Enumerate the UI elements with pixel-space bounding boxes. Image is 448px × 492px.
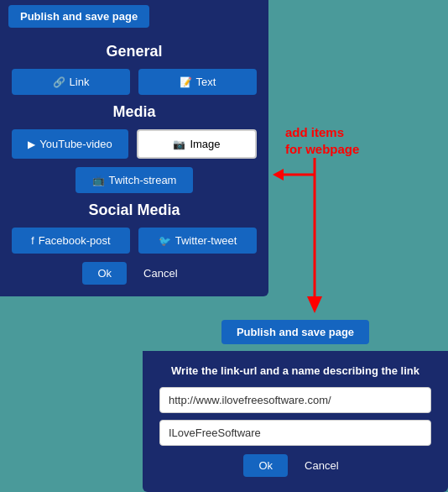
- social-buttons-row: f Facebook-post 🐦 Twitter-tweet: [0, 228, 268, 254]
- top-ok-button[interactable]: Ok: [82, 262, 127, 285]
- twitter-icon: 🐦: [159, 235, 171, 247]
- youtube-video-button[interactable]: ▶ YouTube-video: [12, 129, 128, 159]
- social-media-section-title: Social Media: [0, 202, 268, 219]
- svg-marker-4: [273, 169, 284, 181]
- annotation-container: add itemsfor webpage: [277, 124, 386, 157]
- general-buttons-row: 🔗 Link 📝 Text: [0, 69, 268, 95]
- top-panel-footer: Ok Cancel: [0, 262, 268, 285]
- link-dialog: Write the link-url and a name describing…: [143, 351, 448, 492]
- media-row2: 📺 Twitch-stream: [0, 167, 268, 193]
- link-dialog-footer: Ok Cancel: [159, 454, 431, 477]
- twitter-label: Twitter-tweet: [175, 234, 237, 247]
- media-row1: ▶ YouTube-video 📷 Image: [0, 129, 268, 159]
- link-ok-button[interactable]: Ok: [243, 454, 288, 477]
- image-button[interactable]: 📷 Image: [137, 129, 257, 159]
- facebook-post-button[interactable]: f Facebook-post: [12, 228, 130, 254]
- text-icon: 📝: [180, 76, 192, 88]
- link-icon: 🔗: [53, 76, 65, 88]
- name-input[interactable]: [159, 420, 431, 446]
- media-section-title: Media: [0, 103, 268, 121]
- annotation-arrow: [268, 133, 369, 326]
- twitch-icon: 📺: [92, 175, 105, 186]
- twitch-label: Twitch-stream: [109, 174, 177, 186]
- facebook-label: Facebook-post: [39, 234, 111, 247]
- link-cancel-button[interactable]: Cancel: [296, 454, 346, 477]
- svg-marker-2: [307, 296, 322, 313]
- youtube-label: YouTube-video: [39, 138, 112, 150]
- url-input[interactable]: [159, 387, 431, 413]
- link-dialog-title: Write the link-url and a name describing…: [159, 364, 431, 377]
- image-label: Image: [190, 138, 220, 150]
- facebook-icon: f: [31, 235, 34, 247]
- youtube-icon: ▶: [28, 139, 35, 150]
- publish-save-button-top[interactable]: Publish and save page: [8, 5, 149, 28]
- image-icon: 📷: [173, 139, 185, 150]
- link-button[interactable]: 🔗 Link: [12, 69, 130, 95]
- link-label: Link: [70, 76, 90, 88]
- top-modal-panel: Publish and save page General 🔗 Link 📝 T…: [0, 0, 268, 296]
- general-section-title: General: [0, 43, 268, 60]
- twitter-tweet-button[interactable]: 🐦 Twitter-tweet: [138, 228, 257, 254]
- bottom-panel: Publish and save page Write the link-url…: [143, 313, 448, 492]
- top-cancel-button[interactable]: Cancel: [135, 262, 185, 285]
- text-button[interactable]: 📝 Text: [138, 69, 257, 95]
- text-label: Text: [196, 76, 216, 88]
- twitch-stream-button[interactable]: 📺 Twitch-stream: [76, 167, 193, 193]
